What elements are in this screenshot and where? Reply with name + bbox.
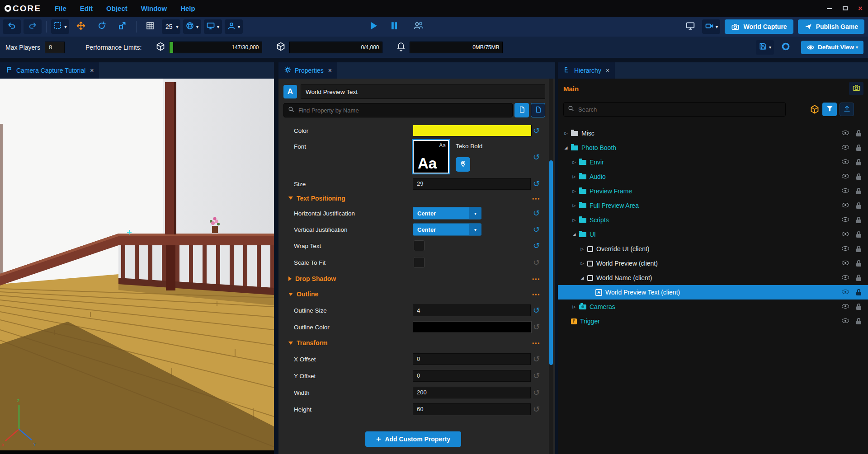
pause-button[interactable] xyxy=(385,19,403,34)
templates-cube-icon[interactable] xyxy=(810,104,820,114)
reset-icon[interactable]: ↺ xyxy=(533,126,540,135)
max-players-input[interactable] xyxy=(45,42,65,53)
visibility-eye-icon[interactable] xyxy=(842,289,850,295)
select-tool-dropdown[interactable]: ▾ xyxy=(51,19,69,34)
section-menu-icon[interactable]: ⋯ xyxy=(532,193,541,203)
paste-properties-button[interactable] xyxy=(531,103,545,117)
hierarchy-search-box[interactable] xyxy=(563,102,786,117)
object-name-input[interactable] xyxy=(301,84,545,99)
visibility-eye-icon[interactable] xyxy=(842,188,850,194)
tree-item-label[interactable]: Cameras xyxy=(590,303,615,310)
lock-icon[interactable] xyxy=(856,202,862,209)
tree-item-label[interactable]: UI xyxy=(590,231,596,238)
tree-item-label[interactable]: World Preview (client) xyxy=(596,260,658,267)
monitor-button[interactable] xyxy=(681,19,699,34)
reset-icon[interactable]: ↺ xyxy=(533,355,540,363)
copy-properties-button[interactable] xyxy=(514,103,529,117)
tree-row[interactable]: World Preview Text (client) xyxy=(558,285,868,300)
x-offset-input[interactable] xyxy=(413,353,531,365)
grid-size-dropdown[interactable]: 25 ▾ xyxy=(162,19,180,34)
tree-row[interactable]: ▷ Cameras xyxy=(558,300,868,314)
visibility-eye-icon[interactable] xyxy=(842,217,850,223)
filter-button[interactable] xyxy=(822,103,837,116)
reset-icon[interactable]: ↺ xyxy=(533,323,540,331)
redo-button[interactable] xyxy=(24,19,42,34)
reset-icon[interactable]: ↺ xyxy=(533,153,540,161)
close-button[interactable]: × xyxy=(853,0,868,17)
vertical-justification-select[interactable]: Center ▾ xyxy=(413,224,481,236)
tree-row[interactable]: ▷ Audio xyxy=(558,169,868,184)
tab-hierarchy[interactable]: Hierarchy × xyxy=(558,62,615,79)
expand-arrow-icon[interactable]: ▷ xyxy=(571,304,578,309)
visibility-eye-icon[interactable] xyxy=(842,130,850,136)
menu-object[interactable]: Object xyxy=(106,5,127,12)
tree-row[interactable]: ▷ Override UI (client) xyxy=(558,242,868,256)
tab-close-icon[interactable]: × xyxy=(606,67,609,74)
property-search-input[interactable] xyxy=(297,107,509,114)
reset-icon[interactable]: ↺ xyxy=(533,258,540,267)
visibility-eye-icon[interactable] xyxy=(842,173,850,180)
menu-help[interactable]: Help xyxy=(180,5,195,12)
reset-icon[interactable]: ↺ xyxy=(533,372,540,380)
camera-mode-dropdown[interactable]: ▾ xyxy=(702,19,720,34)
maximize-button[interactable] xyxy=(837,0,853,17)
lock-icon[interactable] xyxy=(856,318,862,325)
section-expand-icon[interactable] xyxy=(288,293,293,296)
tree-row[interactable]: ◢ UI xyxy=(558,227,868,242)
menu-file[interactable]: File xyxy=(55,5,66,12)
height-input[interactable] xyxy=(413,403,531,415)
publish-game-button[interactable]: Publish Game xyxy=(798,19,864,34)
tree-item-label[interactable]: Scripts xyxy=(590,216,609,224)
hierarchy-root-label[interactable]: Main xyxy=(563,85,579,93)
expand-arrow-icon[interactable]: ◢ xyxy=(571,232,578,237)
section-expand-icon[interactable] xyxy=(288,276,292,281)
viewport-panel[interactable]: z x y xyxy=(0,79,274,450)
tree-row[interactable]: ▷ Full Preview Area xyxy=(558,198,868,213)
section-menu-icon[interactable]: ⋯ xyxy=(532,289,541,300)
tab-properties[interactable]: Properties × xyxy=(278,62,337,79)
tree-item-label[interactable]: World Name (client) xyxy=(596,274,652,281)
color-swatch[interactable] xyxy=(413,125,532,136)
expand-arrow-icon[interactable]: ▷ xyxy=(571,174,578,179)
lock-icon[interactable] xyxy=(856,217,862,224)
tree-row[interactable]: ◢ Photo Booth xyxy=(558,140,868,155)
tree-row[interactable]: ▷ Scripts xyxy=(558,213,868,227)
visibility-eye-icon[interactable] xyxy=(842,231,850,238)
y-offset-input[interactable] xyxy=(413,370,531,382)
undo-button[interactable] xyxy=(3,19,21,34)
reset-icon[interactable]: ↺ xyxy=(533,180,540,188)
lock-icon[interactable] xyxy=(856,173,862,180)
viewport-options-dropdown[interactable]: ▾ xyxy=(204,19,222,34)
tree-item-label[interactable]: Photo Booth xyxy=(581,144,616,151)
lock-icon[interactable] xyxy=(856,231,862,238)
wrap-text-checkbox[interactable] xyxy=(414,240,425,251)
move-tool-button[interactable] xyxy=(72,19,90,34)
expand-arrow-icon[interactable]: ▷ xyxy=(579,247,586,251)
tree-item-label[interactable]: Trigger xyxy=(580,318,600,325)
lock-icon[interactable] xyxy=(856,130,862,137)
reset-icon[interactable]: ↺ xyxy=(533,242,540,250)
minimize-button[interactable] xyxy=(822,0,837,17)
play-button[interactable] xyxy=(364,19,382,34)
expand-arrow-icon[interactable]: ▷ xyxy=(571,189,578,193)
expand-arrow-icon[interactable]: ▷ xyxy=(571,160,578,164)
reset-icon[interactable]: ↺ xyxy=(533,388,540,397)
section-transform[interactable]: Transform ⋯ xyxy=(278,335,546,351)
reset-icon[interactable]: ↺ xyxy=(533,209,540,217)
section-text-positioning[interactable]: Text Positioning ⋯ xyxy=(278,191,546,205)
scale-tool-button[interactable] xyxy=(113,19,132,34)
tree-row[interactable]: ▷ Envir xyxy=(558,155,868,169)
section-menu-icon[interactable]: ⋯ xyxy=(532,338,541,348)
save-dropdown[interactable]: ▾ xyxy=(756,40,774,55)
scale-to-fit-checkbox[interactable] xyxy=(414,257,425,268)
lock-icon[interactable] xyxy=(856,275,862,281)
tree-row[interactable]: ▷ Preview Frame xyxy=(558,184,868,198)
tree-item-label[interactable]: Audio xyxy=(590,173,606,180)
visibility-eye-icon[interactable] xyxy=(842,159,850,165)
reset-icon[interactable]: ↺ xyxy=(533,405,540,413)
lock-icon[interactable] xyxy=(856,260,862,267)
hierarchy-search-input[interactable] xyxy=(577,106,782,113)
section-drop-shadow[interactable]: Drop Shadow ⋯ xyxy=(278,271,546,286)
outline-size-input[interactable] xyxy=(413,304,531,316)
tree-item-label[interactable]: Misc xyxy=(581,130,594,137)
